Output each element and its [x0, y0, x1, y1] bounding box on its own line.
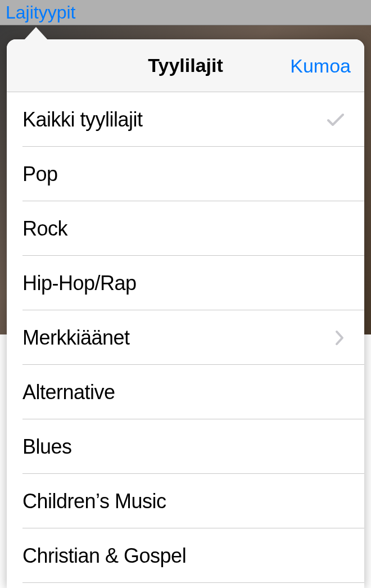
genre-label: Merkkiäänet [22, 326, 130, 350]
genre-popover: Tyylilajit Kumoa Kaikki tyylilajitPopRoc… [7, 39, 364, 588]
genre-row[interactable]: Hip-Hop/Rap [7, 256, 364, 310]
popover-title: Tyylilajit [148, 55, 223, 76]
genre-label: Alternative [22, 381, 115, 404]
genre-row[interactable]: Children’s Music [7, 474, 364, 528]
genre-row[interactable]: Kaikki tyylilajit [7, 92, 364, 147]
genre-label: Christian & Gospel [22, 544, 186, 568]
genre-row[interactable]: Classical [7, 583, 364, 588]
genre-row[interactable]: Christian & Gospel [7, 528, 364, 583]
checkmark-icon [327, 113, 344, 126]
genre-label: Children’s Music [22, 490, 166, 513]
popover-header: Tyylilajit Kumoa [7, 39, 364, 92]
genre-label: Hip-Hop/Rap [22, 272, 137, 295]
genre-list[interactable]: Kaikki tyylilajitPopRockHip-Hop/RapMerkk… [7, 92, 364, 588]
chevron-right-icon [335, 330, 344, 346]
genre-row[interactable]: Rock [7, 201, 364, 256]
genre-row[interactable]: Pop [7, 147, 364, 201]
navbar: Lajityypit [0, 0, 371, 25]
genre-label: Kaikki tyylilajit [22, 108, 143, 132]
genre-label: Pop [22, 162, 58, 186]
cancel-button[interactable]: Kumoa [290, 55, 351, 76]
genre-label: Blues [22, 435, 72, 459]
genre-row[interactable]: Blues [7, 419, 364, 474]
genre-row[interactable]: Merkkiäänet [7, 310, 364, 365]
popover-arrow [24, 27, 48, 40]
genre-row[interactable]: Alternative [7, 365, 364, 419]
genre-label: Rock [22, 217, 67, 241]
back-button-label[interactable]: Lajityypit [6, 2, 76, 23]
